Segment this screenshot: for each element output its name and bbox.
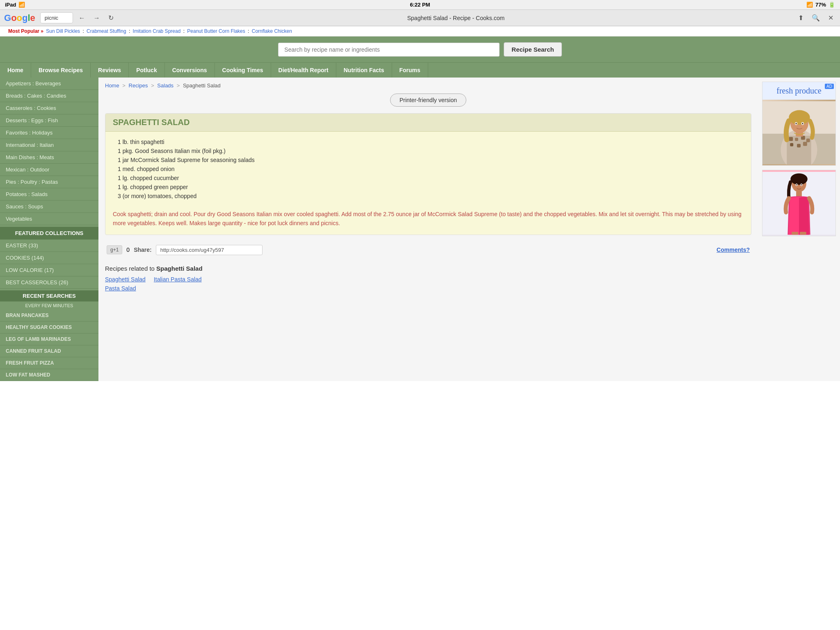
comments-link[interactable]: Comments? — [717, 247, 750, 253]
featured-collections-header: FEATURED COLLECTIONS — [0, 227, 98, 240]
browser-chrome: Google picnic ← → ↻ Spaghetti Salad - Re… — [0, 10, 840, 26]
featured-item-easter[interactable]: EASTER (33) — [0, 240, 98, 252]
nav-conversions[interactable]: Conversions — [165, 63, 215, 78]
svg-point-28 — [801, 184, 802, 185]
ingredient-6: 3 (or more) tomatoes, chopped — [113, 192, 744, 201]
nav-potluck[interactable]: Potluck — [129, 63, 165, 78]
svg-point-18 — [802, 123, 803, 124]
popular-link-2[interactable]: Crabmeat Stuffing — [87, 28, 126, 34]
recent-item-leg-of-lamb[interactable]: LEG OF LAMB MARINADES — [0, 333, 98, 345]
related-link-0[interactable]: Spaghetti Salad — [105, 276, 146, 283]
recent-searches-header: RECENT SEARCHES — [0, 290, 98, 301]
recipe-instructions: Cook spaghetti; drain and cool. Pour dry… — [105, 206, 751, 235]
svg-point-17 — [796, 123, 797, 124]
sidebar-item-desserts[interactable]: Desserts : Eggs : Fish — [0, 114, 98, 127]
nav-home[interactable]: Home — [0, 63, 31, 78]
sidebar-item-potatoes[interactable]: Potatoes : Salads — [0, 188, 98, 201]
gplus-count: 0 — [126, 247, 130, 253]
recent-item-bran-pancakes[interactable]: BRAN PANCAKES — [0, 310, 98, 322]
related-dish: Spaghetti Salad — [156, 265, 203, 272]
recent-item-healthy-sugar-cookies[interactable]: HEALTHY SUGAR COOKIES — [0, 322, 98, 333]
back-button[interactable]: ← — [76, 14, 88, 23]
printer-friendly-button[interactable]: Printer-friendly version — [390, 94, 466, 107]
close-button[interactable]: ✕ — [826, 13, 836, 23]
featured-item-cookies[interactable]: COOKIES (144) — [0, 252, 98, 264]
ad-image-1 — [762, 100, 835, 165]
nav-diet-health[interactable]: Diet/Health Report — [271, 63, 336, 78]
battery-label: 77% — [815, 2, 826, 8]
share-section: g+1 0 Share: Comments? — [105, 242, 751, 258]
recent-item-canned-fruit-salad[interactable]: CANNED FRUIT SALAD — [0, 345, 98, 357]
search-input[interactable] — [278, 43, 500, 57]
nav-forums[interactable]: Forums — [392, 63, 428, 78]
sidebar-item-breads[interactable]: Breads : Cakes : Candies — [0, 90, 98, 102]
refresh-button[interactable]: ↻ — [106, 13, 116, 23]
recent-item-fresh-fruit-pizza[interactable]: FRESH FRUIT PIZZA — [0, 357, 98, 369]
popular-link-5[interactable]: Cornflake Chicken — [252, 28, 292, 34]
forward-button[interactable]: → — [91, 14, 103, 23]
svg-rect-6 — [795, 137, 798, 141]
sidebar: Appetizers : Beverages Breads : Cakes : … — [0, 78, 98, 381]
svg-point-14 — [789, 110, 810, 125]
browser-search-button[interactable]: 🔍 — [809, 13, 822, 23]
gplus-button[interactable]: g+1 — [107, 245, 122, 254]
battery-icon: 🔋 — [829, 2, 835, 8]
svg-rect-5 — [789, 137, 793, 141]
ad-illustration-1 — [762, 101, 835, 164]
featured-item-best-casseroles[interactable]: BEST CASSEROLES (26) — [0, 276, 98, 289]
status-bar: iPad 📶 6:22 PM 📶 77% 🔋 — [0, 0, 840, 10]
svg-rect-8 — [806, 138, 810, 142]
related-title: Recipes related to Spaghetti Salad — [105, 265, 751, 272]
share-button[interactable]: ⬆ — [796, 13, 806, 23]
svg-point-21 — [790, 173, 808, 185]
main-layout: Appetizers : Beverages Breads : Cakes : … — [0, 78, 840, 381]
svg-rect-9 — [790, 143, 793, 146]
website: Most Popular » Sun Dill Pickles : Crabme… — [0, 26, 840, 381]
recipe-search-button[interactable]: Recipe Search — [504, 42, 562, 57]
nav-reviews[interactable]: Reviews — [91, 63, 129, 78]
ad-sidebar: AD fresh produce — [758, 78, 840, 381]
popular-link-1[interactable]: Sun Dill Pickles — [46, 28, 80, 34]
sidebar-item-sauces[interactable]: Sauces : Soups — [0, 201, 98, 213]
sidebar-item-main-dishes[interactable]: Main Dishes : Meats — [0, 151, 98, 164]
ingredient-1: 1 pkg. Good Seasons Italian mix (foil pk… — [113, 146, 744, 155]
svg-rect-23 — [792, 232, 798, 235]
sidebar-item-vegetables[interactable]: Vegetables — [0, 213, 98, 225]
ingredient-2: 1 jar McCormick Salad Supreme for season… — [113, 155, 744, 164]
ad-box-1[interactable]: AD fresh produce — [762, 82, 836, 166]
url-bar[interactable]: picnic — [40, 12, 73, 23]
svg-point-27 — [796, 184, 797, 185]
sidebar-item-pies[interactable]: Pies : Poultry : Pastas — [0, 176, 98, 188]
nav-cooking-times[interactable]: Cooking Times — [215, 63, 271, 78]
search-section: Recipe Search — [0, 37, 840, 62]
sidebar-item-favorites[interactable]: Favorites : Holidays — [0, 127, 98, 139]
related-link-1[interactable]: Italian Pasta Salad — [154, 276, 202, 283]
recent-item-low-fat-mashed[interactable]: LOW FAT MASHED — [0, 369, 98, 381]
ad-image-2 — [762, 170, 835, 236]
share-url-input[interactable] — [156, 245, 262, 255]
ad-badge: AD — [825, 84, 834, 89]
related-recipes: Recipes related to Spaghetti Salad Spagh… — [105, 265, 751, 292]
popular-link-4[interactable]: Peanut Butter Corn Flakes — [187, 28, 245, 34]
nav-nutrition-facts[interactable]: Nutrition Facts — [336, 63, 392, 78]
sidebar-item-mexican[interactable]: Mexican : Outdoor — [0, 164, 98, 176]
breadcrumb-recipes[interactable]: Recipes — [129, 82, 148, 89]
printer-btn-wrap: Printer-friendly version — [105, 94, 751, 107]
sidebar-item-casseroles[interactable]: Casseroles : Cookies — [0, 102, 98, 114]
ingredient-3: 1 med. chopped onion — [113, 164, 744, 173]
nav-browse-recipes[interactable]: Browse Recipes — [31, 63, 91, 78]
featured-item-low-calorie[interactable]: LOW CALORIE (17) — [0, 264, 98, 276]
related-link-2[interactable]: Pasta Salad — [105, 285, 136, 292]
nav-bar: Home Browse Recipes Reviews Potluck Conv… — [0, 62, 840, 78]
recent-subheader: EVERY FEW MINUTES — [0, 301, 98, 310]
recipe-title: SPAGHETTI SALAD — [105, 114, 751, 132]
sidebar-item-appetizers[interactable]: Appetizers : Beverages — [0, 78, 98, 90]
ingredient-5: 1 lg. chopped green pepper — [113, 183, 744, 192]
share-label: Share: — [134, 247, 152, 253]
related-links: Spaghetti Salad Italian Pasta Salad — [105, 276, 751, 283]
breadcrumb-home[interactable]: Home — [105, 82, 119, 89]
sidebar-item-international[interactable]: International : Italian — [0, 139, 98, 151]
ad-box-2[interactable] — [762, 170, 836, 236]
breadcrumb-salads[interactable]: Salads — [157, 82, 173, 89]
popular-link-3[interactable]: Imitation Crab Spread — [133, 28, 181, 34]
